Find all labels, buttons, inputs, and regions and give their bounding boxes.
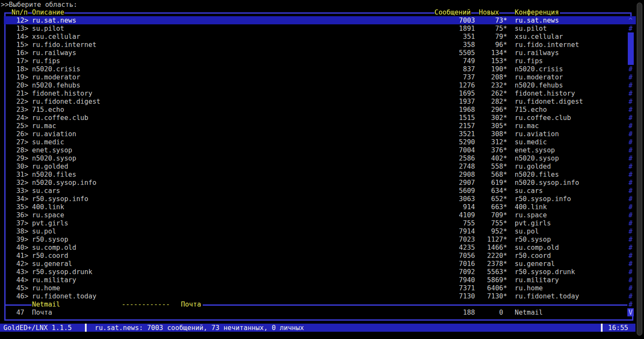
scrollbar-track-mark[interactable] (627, 32, 634, 41)
scrollbar-track-mark[interactable]: # (627, 251, 634, 260)
area-row[interactable]: 15 > ru.fido.internet 358 96 * ru.fido.i… (0, 41, 636, 49)
scrollbar-track-mark[interactable]: # (627, 24, 634, 32)
area-row[interactable]: 22 > ru.fidonet.digest 1937 282 * ru.fid… (0, 97, 636, 105)
scrollbar-track-mark[interactable]: # (627, 154, 634, 162)
new-count: 79 (479, 32, 503, 41)
area-row[interactable]: 29 > n5020.sysop 2586 402 * n5020.sysop … (0, 154, 636, 162)
area-row[interactable]: 16 > ru.railways 5505 134 * ru.railways (0, 49, 636, 57)
scrollbar-track-mark[interactable]: # (627, 178, 634, 187)
netmail-group-separator: Netmail ------------ Почта # (0, 300, 636, 308)
scrollbar-track-mark[interactable]: # (627, 146, 634, 154)
area-row[interactable]: 34 > r50.sysop.info 3063 652 * r50.sysop… (0, 195, 636, 203)
scrollbar-track-mark[interactable]: # (627, 268, 634, 276)
scrollbar-track-mark[interactable]: # (627, 187, 634, 195)
area-number: 30 (8, 162, 24, 170)
scrollbar-track-mark[interactable]: # (627, 211, 634, 219)
new-star: * (503, 251, 507, 260)
area-row[interactable]: 46 > ru.fidonet.today 7130 7130 * ru.fid… (0, 292, 636, 300)
message-count: 351 (435, 32, 475, 41)
scrollbar-track-mark[interactable]: # (627, 260, 634, 268)
message-count: 5609 (435, 187, 475, 195)
area-row[interactable]: 33 > su.cars 5609 634 * su.cars # (0, 187, 636, 195)
area-row[interactable]: 42 > su.general 7016 2378 * su.general # (0, 260, 636, 268)
scrollbar-track-mark[interactable]: # (627, 276, 634, 284)
area-row[interactable]: 14 > xsu.cellular 351 79 * xsu.cellular (0, 32, 636, 41)
scrollbar-track-mark[interactable]: # (627, 195, 634, 203)
scrollbar-track-mark[interactable]: # (627, 122, 634, 130)
area-row[interactable]: 32 > n5020.sysop.info 2907 619 * n5020.s… (0, 178, 636, 187)
area-number-marker: > (24, 178, 29, 187)
new-star: * (503, 138, 507, 146)
area-description: ru.military (32, 276, 76, 284)
area-row[interactable]: 35 > 400.link 914 663 * 400.link # (0, 203, 636, 211)
area-row[interactable]: 12 > ru.sat.news 7003 73 * ru.sat.news ^ (0, 16, 636, 24)
scrollbar-track-mark[interactable]: # (627, 81, 634, 89)
new-star: * (503, 41, 507, 49)
scrollbar-track-mark[interactable]: # (627, 138, 634, 146)
scrollbar-track-mark[interactable]: # (627, 89, 634, 97)
area-row[interactable]: 18 > n5020.crisis 837 190 * n5020.crisis… (0, 65, 636, 73)
area-row[interactable]: 25 > ru.mac 2157 305 * ru.mac # (0, 122, 636, 130)
area-row[interactable]: 31 > n5020.files 2908 568 * n5020.files … (0, 170, 636, 178)
area-row[interactable]: 19 > ru.moderator 737 208 * ru.moderator… (0, 73, 636, 81)
new-count: 7130 (479, 292, 503, 300)
scrollbar-track-mark[interactable] (627, 49, 634, 57)
area-row[interactable]: 23 > 715.echo 1968 296 * 715.echo # (0, 105, 636, 114)
area-row[interactable]: 13 > su.pilot 1891 75 * su.pilot # (0, 24, 636, 32)
scrollbar-track-mark[interactable]: # (627, 227, 634, 235)
area-row[interactable]: 38 > su.pol 7914 952 * su.pol # (0, 227, 636, 235)
area-row[interactable]: 45 > ru.home 7371 6406 * ru.home # (0, 284, 636, 292)
area-number-marker: > (24, 154, 29, 162)
area-row[interactable]: 36 > ru.space 4109 709 * ru.space # (0, 211, 636, 219)
scrollbar-track-mark[interactable]: # (627, 114, 634, 122)
new-count: 190 (479, 65, 503, 73)
scrollbar-track-mark[interactable]: # (627, 284, 634, 292)
new-star: * (503, 268, 507, 276)
message-count: 7940 (435, 276, 475, 284)
terminal-scrollbar-thumb[interactable] (637, 3, 642, 336)
area-row[interactable]: 26 > ru.aviation 3521 308 * ru.aviation … (0, 130, 636, 138)
scrollbar-track-mark[interactable]: # (627, 65, 634, 73)
scrollbar-down-arrow[interactable]: V (627, 308, 634, 316)
area-row[interactable]: 30 > ru.golded 2748 558 * ru.golded # (0, 162, 636, 170)
area-number: 16 (8, 49, 24, 57)
area-description: su.general (32, 260, 72, 268)
scrollbar-track-mark[interactable]: # (627, 162, 634, 170)
area-row[interactable]: 28 > enet.sysop 7004 376 * enet.sysop # (0, 146, 636, 154)
scrollbar-up-arrow[interactable]: ^ (627, 16, 634, 24)
area-row[interactable]: 37 > pvt.girls 755 755 * pvt.girls # (0, 219, 636, 227)
new-star: * (503, 227, 507, 235)
new-count: 709 (479, 211, 503, 219)
mail-group-label: Почта (181, 300, 201, 308)
scrollbar-track-mark[interactable]: # (627, 97, 634, 105)
scrollbar-track-mark[interactable]: # (627, 292, 634, 300)
area-row[interactable]: 27 > su.medic 5290 312 * su.medic # (0, 138, 636, 146)
scrollbar-track-mark[interactable]: # (627, 203, 634, 211)
scrollbar-track-mark[interactable]: # (627, 73, 634, 81)
scrollbar-track-mark[interactable]: # (627, 300, 634, 308)
area-number-marker: > (24, 170, 29, 178)
area-row[interactable]: 20 > n5020.fehubs 1276 232 * n5020.fehub… (0, 81, 636, 89)
scrollbar-track-mark[interactable]: # (627, 235, 634, 243)
scrollbar-track-mark[interactable] (627, 57, 634, 65)
area-row[interactable]: 40 > su.comp.old 4235 1466 * su.comp.old… (0, 243, 636, 251)
area-number: 15 (8, 41, 24, 49)
area-row[interactable]: 39 > r50.sysop 7023 1127 * r50.sysop # (0, 235, 636, 243)
new-count: 153 (479, 57, 503, 65)
scrollbar-track-mark[interactable]: # (627, 170, 634, 178)
conference-name: ru.moderator (515, 73, 563, 81)
scrollbar-track-mark[interactable]: # (627, 105, 634, 114)
scrollbar-track-mark[interactable]: # (627, 219, 634, 227)
message-count: 2907 (435, 178, 475, 187)
scrollbar-track-mark[interactable] (627, 41, 634, 49)
area-row[interactable]: 44 > ru.military 7940 5869 * ru.military… (0, 276, 636, 284)
area-row[interactable]: 17 > ru.fips 749 153 * ru.fips (0, 57, 636, 65)
area-row[interactable]: 21 > fidonet.history 1695 262 * fidonet.… (0, 89, 636, 97)
area-row[interactable]: 43 > r50.sysop.drunk 7092 5563 * r50.sys… (0, 268, 636, 276)
scrollbar-track-mark[interactable]: # (627, 130, 634, 138)
area-row[interactable]: 47 Почта 188 0 Netmail V (0, 308, 636, 316)
scrollbar-track-mark[interactable]: # (627, 243, 634, 251)
area-row[interactable]: 41 > r50.coord 7056 2220 * r50.coord # (0, 251, 636, 260)
new-count: 402 (479, 154, 503, 162)
area-row[interactable]: 24 > ru.coffee.club 1515 302 * ru.coffee… (0, 114, 636, 122)
